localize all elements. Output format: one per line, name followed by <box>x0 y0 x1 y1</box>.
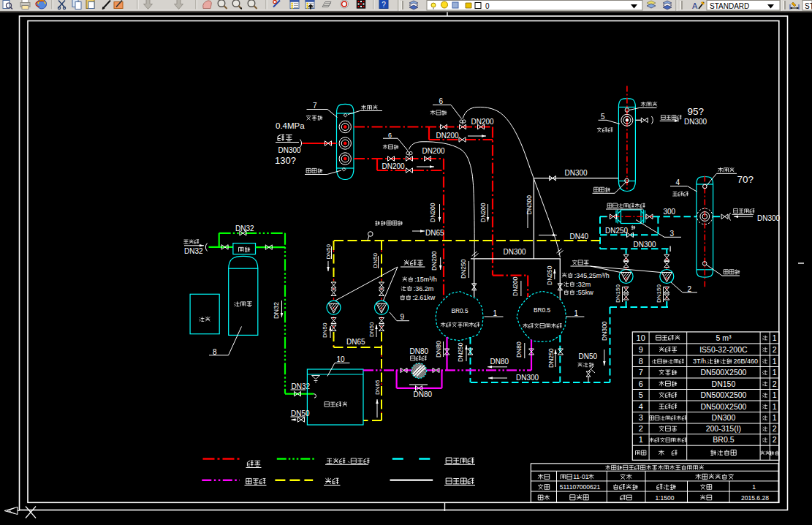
svg-text:DN80: DN80 <box>410 347 429 355</box>
svg-text:1: 1 <box>773 402 777 411</box>
svg-text:2: 2 <box>773 435 777 444</box>
svg-text:26B/460: 26B/460 <box>734 358 759 365</box>
svg-text:10: 10 <box>637 333 645 342</box>
svg-text:ST: ST <box>805 2 812 10</box>
svg-text:0: 0 <box>485 2 490 10</box>
svg-text:3: 3 <box>639 413 643 422</box>
svg-text:DN80: DN80 <box>435 341 442 358</box>
svg-text:DN50: DN50 <box>368 322 375 337</box>
svg-text:1: 1 <box>574 309 579 317</box>
svg-text:DN32: DN32 <box>235 224 254 233</box>
svg-text:DN250: DN250 <box>546 265 553 285</box>
svg-text:BR0.5: BR0.5 <box>451 307 468 314</box>
svg-text:4: 4 <box>639 402 643 411</box>
svg-text:0.4MPa: 0.4MPa <box>276 121 305 130</box>
svg-text:BR0.5: BR0.5 <box>713 435 734 444</box>
svg-text:2: 2 <box>773 424 777 433</box>
svg-text:DN150: DN150 <box>712 379 736 388</box>
svg-text:5 m³: 5 m³ <box>716 333 732 342</box>
svg-text:DN500X2500: DN500X2500 <box>700 402 746 411</box>
svg-text:DN50: DN50 <box>579 352 598 360</box>
svg-text:DN200: DN200 <box>512 276 519 296</box>
svg-text:5: 5 <box>639 390 643 399</box>
svg-text:130?: 130? <box>275 155 296 166</box>
svg-text:DN200: DN200 <box>382 162 406 170</box>
svg-text:DN300: DN300 <box>504 248 527 256</box>
svg-text:STANDARD: STANDARD <box>710 2 749 10</box>
svg-text:1: 1 <box>493 309 498 317</box>
svg-text:DN200: DN200 <box>429 203 436 222</box>
svg-text:2: 2 <box>688 285 692 293</box>
svg-text:BR0.5: BR0.5 <box>534 306 550 314</box>
svg-text:9: 9 <box>401 313 405 321</box>
svg-text::15m³/h: :15m³/h <box>414 276 437 283</box>
svg-text:IS50-32-200C: IS50-32-200C <box>699 345 748 354</box>
svg-text:DN80: DN80 <box>490 358 509 366</box>
svg-text:DN500X2500: DN500X2500 <box>700 368 746 377</box>
svg-text:1:1500: 1:1500 <box>655 494 674 502</box>
svg-text:300: 300 <box>664 208 676 216</box>
svg-text:DN200: DN200 <box>471 118 495 126</box>
svg-text:DN65: DN65 <box>346 338 365 346</box>
svg-text:1: 1 <box>773 390 777 399</box>
svg-text:DN50: DN50 <box>291 409 310 418</box>
svg-text:A: A <box>692 1 698 10</box>
svg-text:DN200: DN200 <box>430 251 438 271</box>
svg-text:6: 6 <box>639 379 643 388</box>
svg-text:DN150: DN150 <box>615 284 621 303</box>
svg-text::345,25m³/h: :345,25m³/h <box>574 272 610 279</box>
svg-text:DN65: DN65 <box>425 229 444 237</box>
svg-text:DN250: DN250 <box>605 227 629 235</box>
svg-text:7: 7 <box>639 368 643 377</box>
svg-text:200-315(I): 200-315(I) <box>706 424 741 433</box>
svg-text:3T/h.: 3T/h. <box>693 358 708 365</box>
svg-text:DN300: DN300 <box>525 195 533 215</box>
svg-text:DN250: DN250 <box>457 342 464 362</box>
svg-text::36.2m: :36.2m <box>414 285 434 292</box>
svg-text:DN50: DN50 <box>322 322 328 338</box>
svg-text:3: 3 <box>670 230 675 238</box>
svg-text:DN200: DN200 <box>479 203 487 222</box>
svg-text:DN250: DN250 <box>460 259 467 279</box>
svg-text:DN40: DN40 <box>570 233 589 241</box>
svg-text:2015.6.28: 2015.6.28 <box>741 494 769 502</box>
svg-text:?: ? <box>382 1 386 9</box>
svg-text:DN300: DN300 <box>757 214 781 222</box>
svg-text:DN250: DN250 <box>547 348 555 368</box>
svg-text:DN200: DN200 <box>436 132 460 140</box>
svg-text:DN300: DN300 <box>601 321 608 341</box>
svg-text:1: 1 <box>773 413 777 422</box>
svg-text:1: 1 <box>639 435 643 444</box>
svg-text:70?: 70? <box>737 174 754 185</box>
svg-text:511107000621: 511107000621 <box>560 483 601 491</box>
svg-text::32m: :32m <box>576 281 591 288</box>
svg-text:DN300: DN300 <box>634 241 657 249</box>
svg-text:9: 9 <box>639 345 643 354</box>
svg-text:2: 2 <box>773 345 777 354</box>
svg-text:DN200: DN200 <box>422 147 446 155</box>
svg-text:95?: 95? <box>688 106 705 117</box>
svg-text:5: 5 <box>601 113 605 121</box>
svg-text:1: 1 <box>752 483 756 491</box>
svg-text:DN80: DN80 <box>414 390 433 399</box>
svg-text:1: 1 <box>773 333 777 342</box>
svg-text:1: 1 <box>773 357 777 366</box>
svg-text:DN500X2500: DN500X2500 <box>700 390 746 399</box>
svg-text:1: 1 <box>773 368 777 377</box>
svg-text:DN65: DN65 <box>374 379 381 395</box>
svg-text:DN300: DN300 <box>712 413 736 422</box>
svg-text:DN32: DN32 <box>184 247 203 255</box>
svg-text:2: 2 <box>639 424 643 433</box>
svg-text:7: 7 <box>313 102 317 110</box>
svg-text::55kw: :55kw <box>576 289 593 296</box>
svg-text:6: 6 <box>439 97 444 105</box>
svg-text:10: 10 <box>337 355 346 363</box>
svg-text:DN300: DN300 <box>684 118 707 126</box>
svg-text:11-01: 11-01 <box>573 473 588 480</box>
svg-text:8: 8 <box>639 357 643 366</box>
svg-text:DN50: DN50 <box>325 243 332 259</box>
svg-text:8: 8 <box>213 348 217 356</box>
svg-text:DN300: DN300 <box>565 169 588 177</box>
svg-text:4: 4 <box>676 178 680 186</box>
svg-text:DN150: DN150 <box>656 284 662 303</box>
